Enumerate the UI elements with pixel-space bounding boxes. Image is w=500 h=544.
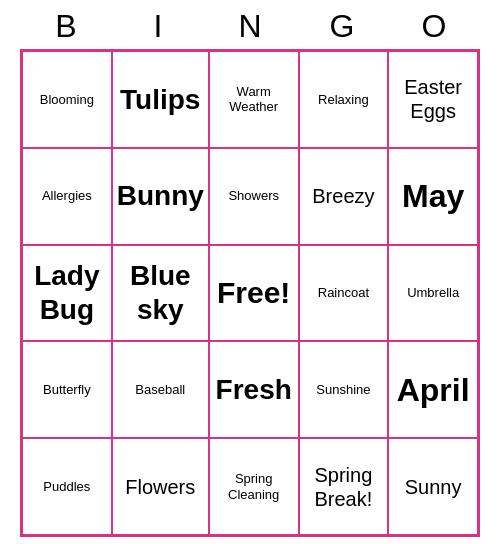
bingo-cell-11: Blue sky xyxy=(112,245,209,342)
header-i: I xyxy=(114,8,202,45)
bingo-cell-5: Allergies xyxy=(22,148,112,245)
bingo-cell-20: Puddles xyxy=(22,438,112,535)
bingo-cell-1: Tulips xyxy=(112,51,209,148)
bingo-cell-9: May xyxy=(388,148,478,245)
bingo-cell-19: April xyxy=(388,341,478,438)
bingo-cell-22: Spring Cleaning xyxy=(209,438,299,535)
bingo-cell-3: Relaxing xyxy=(299,51,389,148)
bingo-header: B I N G O xyxy=(20,0,480,49)
header-b: B xyxy=(22,8,110,45)
bingo-cell-23: Spring Break! xyxy=(299,438,389,535)
bingo-cell-8: Breezy xyxy=(299,148,389,245)
bingo-cell-14: Umbrella xyxy=(388,245,478,342)
bingo-cell-7: Showers xyxy=(209,148,299,245)
bingo-cell-2: Warm Weather xyxy=(209,51,299,148)
bingo-cell-21: Flowers xyxy=(112,438,209,535)
header-o: O xyxy=(390,8,478,45)
bingo-cell-16: Baseball xyxy=(112,341,209,438)
bingo-cell-24: Sunny xyxy=(388,438,478,535)
bingo-cell-18: Sunshine xyxy=(299,341,389,438)
bingo-cell-6: Bunny xyxy=(112,148,209,245)
bingo-cell-17: Fresh xyxy=(209,341,299,438)
bingo-cell-12: Free! xyxy=(209,245,299,342)
bingo-cell-15: Butterfly xyxy=(22,341,112,438)
bingo-grid: BloomingTulipsWarm WeatherRelaxingEaster… xyxy=(20,49,480,537)
bingo-cell-10: Lady Bug xyxy=(22,245,112,342)
bingo-cell-13: Raincoat xyxy=(299,245,389,342)
header-n: N xyxy=(206,8,294,45)
bingo-cell-0: Blooming xyxy=(22,51,112,148)
bingo-cell-4: Easter Eggs xyxy=(388,51,478,148)
header-g: G xyxy=(298,8,386,45)
